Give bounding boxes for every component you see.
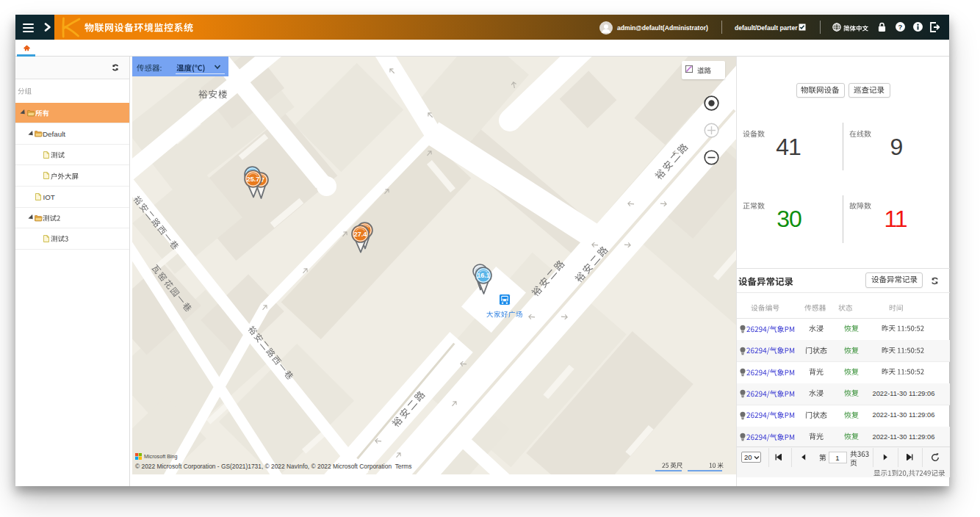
svg-text:?: ? — [898, 23, 903, 31]
svg-text:16.1: 16.1 — [477, 272, 490, 279]
svg-text:27.4: 27.4 — [353, 230, 367, 237]
svg-text:25.7: 25.7 — [246, 176, 259, 183]
